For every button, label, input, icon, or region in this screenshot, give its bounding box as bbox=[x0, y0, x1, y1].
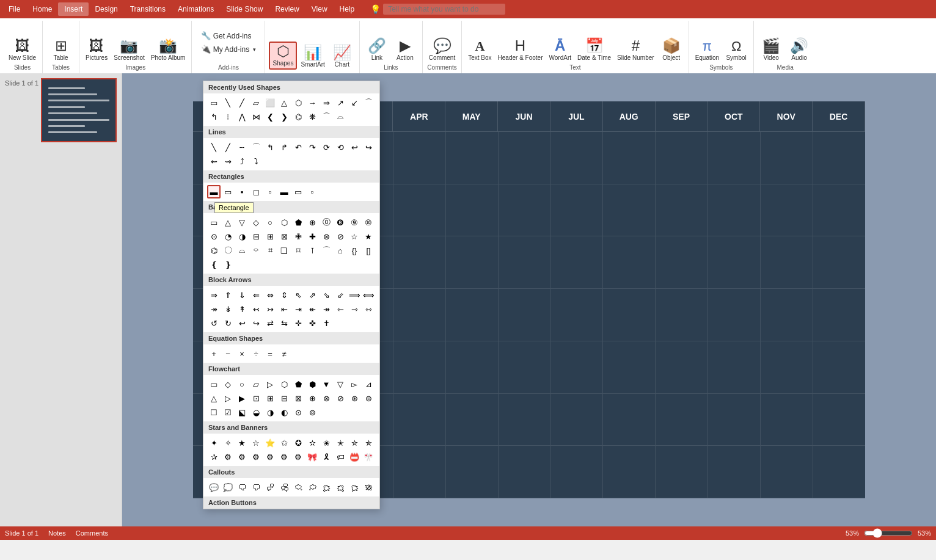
menu-review[interactable]: Review bbox=[269, 2, 305, 16]
sb-21[interactable]: 🎗 bbox=[320, 450, 333, 464]
shape-bend[interactable]: ↰ bbox=[207, 110, 221, 123]
fc-28[interactable]: ◒ bbox=[249, 405, 263, 419]
sb-19[interactable]: ⚙ bbox=[291, 450, 305, 464]
bs-28[interactable]: ⌔ bbox=[249, 244, 263, 257]
shape-star4[interactable]: ❋ bbox=[305, 110, 319, 123]
chart-button[interactable]: 📈 Chart bbox=[329, 44, 356, 70]
shape-arc[interactable]: ⌒ bbox=[362, 96, 375, 109]
fc-32[interactable]: ⊚ bbox=[305, 405, 319, 419]
fc-12[interactable]: ⊿ bbox=[362, 377, 375, 391]
shape-arrow-block[interactable]: ⇒ bbox=[320, 96, 333, 109]
sb-6[interactable]: ✩ bbox=[277, 436, 291, 449]
fc-21[interactable]: ⊗ bbox=[320, 391, 333, 405]
fc-27[interactable]: ⬕ bbox=[235, 405, 249, 419]
fc-2[interactable]: ◇ bbox=[221, 377, 235, 391]
co-8[interactable]: 🗭 bbox=[305, 481, 319, 494]
co-7[interactable]: 🗬 bbox=[291, 481, 305, 494]
tell-me-input[interactable] bbox=[383, 4, 505, 15]
co-9[interactable]: 🗮 bbox=[320, 481, 333, 494]
ba-2[interactable]: ⇑ bbox=[221, 288, 235, 302]
line-bend1[interactable]: ↰ bbox=[263, 140, 277, 154]
fc-6[interactable]: ⬡ bbox=[277, 377, 291, 391]
bs-24[interactable]: ★ bbox=[362, 230, 375, 243]
fc-7[interactable]: ⬟ bbox=[291, 377, 305, 391]
co-6[interactable]: 🗫 bbox=[277, 481, 291, 494]
line-cw[interactable]: ⟳ bbox=[320, 140, 333, 154]
ba-29[interactable]: ⇄ bbox=[263, 316, 277, 330]
wordart-button[interactable]: Ā WordArt bbox=[547, 37, 574, 63]
bs-3[interactable]: ▽ bbox=[235, 216, 249, 229]
bs-14[interactable]: ◔ bbox=[221, 230, 235, 243]
equation-button[interactable]: π Equation bbox=[693, 38, 722, 63]
bs-37[interactable]: ❴ bbox=[207, 258, 221, 271]
bs-9[interactable]: ⓪ bbox=[320, 216, 333, 229]
fc-19[interactable]: ⊠ bbox=[291, 391, 305, 405]
line-hook1[interactable]: ↩ bbox=[348, 140, 361, 154]
fc-25[interactable]: ☐ bbox=[207, 405, 221, 419]
status-notes[interactable]: Notes bbox=[48, 529, 66, 537]
fc-22[interactable]: ⊘ bbox=[334, 391, 347, 405]
ba-23[interactable]: ⇾ bbox=[348, 302, 361, 316]
fc-18[interactable]: ⊟ bbox=[277, 391, 291, 405]
bs-10[interactable]: ❽ bbox=[334, 216, 347, 229]
ba-14[interactable]: ↡ bbox=[221, 302, 235, 316]
sb-8[interactable]: ✫ bbox=[305, 436, 319, 449]
fc-24[interactable]: ⊜ bbox=[362, 391, 375, 405]
menu-file[interactable]: File bbox=[2, 2, 26, 16]
fc-30[interactable]: ◐ bbox=[277, 405, 291, 419]
sb-11[interactable]: ✮ bbox=[348, 436, 361, 449]
audio-button[interactable]: 🔊 Audio bbox=[786, 37, 813, 63]
ba-25[interactable]: ↺ bbox=[207, 316, 221, 330]
photo-album-button[interactable]: 📸 Photo Album bbox=[148, 37, 188, 63]
ba-17[interactable]: ↣ bbox=[263, 302, 277, 316]
bs-36[interactable]: [] bbox=[362, 244, 375, 257]
link-button[interactable]: 🔗 Link bbox=[364, 37, 390, 63]
comment-button[interactable]: 💬 Comment bbox=[426, 37, 458, 63]
fc-14[interactable]: ▷ bbox=[221, 391, 235, 405]
bs-33[interactable]: ⌒ bbox=[320, 244, 333, 257]
shapes-button[interactable]: ⬡ Shapes bbox=[269, 42, 297, 70]
bs-31[interactable]: ⌑ bbox=[291, 244, 305, 257]
bs-16[interactable]: ⊟ bbox=[249, 230, 263, 243]
ba-21[interactable]: ↠ bbox=[320, 302, 333, 316]
action-button[interactable]: ▶ Action bbox=[392, 37, 419, 63]
ba-28[interactable]: ↪ bbox=[249, 316, 263, 330]
rect-snip3[interactable]: ▫ bbox=[263, 185, 277, 198]
bs-17[interactable]: ⊞ bbox=[263, 230, 277, 243]
eq-times[interactable]: × bbox=[235, 347, 249, 360]
bs-19[interactable]: ✙ bbox=[291, 230, 305, 243]
fc-31[interactable]: ⊙ bbox=[291, 405, 305, 419]
shape-line-diag[interactable]: ╲ bbox=[221, 96, 235, 109]
menu-help[interactable]: Help bbox=[334, 2, 361, 16]
sb-14[interactable]: ⚙ bbox=[221, 450, 235, 464]
line-squig1[interactable]: ⇜ bbox=[207, 155, 221, 168]
ba-20[interactable]: ↞ bbox=[305, 302, 319, 316]
slide-number-button[interactable]: # Slide Number bbox=[615, 37, 657, 63]
ba-33[interactable]: ✝ bbox=[320, 316, 333, 330]
ba-9[interactable]: ⇘ bbox=[320, 288, 333, 302]
sb-24[interactable]: 🎌 bbox=[362, 450, 375, 464]
ba-18[interactable]: ⇤ bbox=[277, 302, 291, 316]
sb-16[interactable]: ⚙ bbox=[249, 450, 263, 464]
fc-5[interactable]: ▷ bbox=[263, 377, 277, 391]
pictures-button[interactable]: 🖼 Pictures bbox=[83, 37, 110, 63]
menu-slideshow[interactable]: Slide Show bbox=[220, 2, 269, 16]
bs-27[interactable]: ⌓ bbox=[235, 244, 249, 257]
get-addins-button[interactable]: 🔧 Get Add-ins bbox=[199, 30, 258, 42]
new-slide-button[interactable]: 🖼 New Slide bbox=[6, 37, 38, 63]
bs-13[interactable]: ⊙ bbox=[207, 230, 221, 243]
line-curve1[interactable]: ↶ bbox=[291, 140, 305, 154]
sb-7[interactable]: ✪ bbox=[291, 436, 305, 449]
zoom-slider[interactable] bbox=[864, 528, 913, 538]
bs-12[interactable]: ⑩ bbox=[362, 216, 375, 229]
rect-round3[interactable]: ▭ bbox=[291, 185, 305, 198]
shape-bowtie[interactable]: ⋈ bbox=[249, 110, 263, 123]
smartart-button[interactable]: 📊 SmartArt bbox=[298, 44, 327, 70]
shape-callout-line[interactable]: ⁝ bbox=[221, 110, 235, 123]
status-comments[interactable]: Comments bbox=[76, 529, 108, 537]
line-zz[interactable]: ⌒ bbox=[249, 140, 263, 154]
bs-4[interactable]: ◇ bbox=[249, 216, 263, 229]
bs-7[interactable]: ⬟ bbox=[291, 216, 305, 229]
shape-oval[interactable]: ⌓ bbox=[334, 110, 347, 123]
ba-24[interactable]: ⇿ bbox=[362, 302, 375, 316]
